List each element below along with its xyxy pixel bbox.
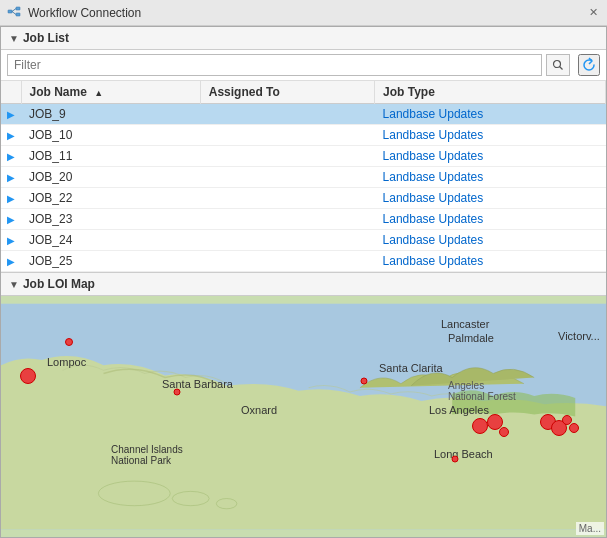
job-list-title: Job List	[23, 31, 69, 45]
job-type-cell: Landbase Updates	[375, 167, 606, 188]
svg-point-8	[98, 481, 170, 506]
workflow-icon	[6, 5, 22, 21]
job-name-cell: JOB_10	[21, 125, 200, 146]
table-row[interactable]: ▶JOB_23Landbase Updates	[1, 209, 606, 230]
filter-input[interactable]	[7, 54, 542, 76]
assigned-to-cell	[200, 230, 374, 251]
job-type-cell: Landbase Updates	[375, 188, 606, 209]
map-marker-1	[20, 368, 36, 384]
map-section-chevron-icon[interactable]: ▼	[9, 279, 19, 290]
job-type-cell: Landbase Updates	[375, 104, 606, 125]
expand-cell[interactable]: ▶	[1, 230, 21, 251]
expand-cell[interactable]: ▶	[1, 146, 21, 167]
job-loi-map-title: Job LOI Map	[23, 277, 95, 291]
job-loi-map-section: ▼ Job LOI Map	[1, 273, 606, 537]
svg-rect-2	[16, 13, 20, 16]
filter-search-button[interactable]	[546, 54, 570, 76]
map-marker-3	[174, 389, 181, 396]
job-table: Job Name ▲ Assigned To Job Type ▶JOB_9La…	[1, 81, 606, 272]
col-expand	[1, 81, 21, 104]
job-name-cell: JOB_22	[21, 188, 200, 209]
job-type-cell: Landbase Updates	[375, 125, 606, 146]
filter-bar	[1, 50, 606, 81]
assigned-to-cell	[200, 188, 374, 209]
close-button[interactable]: ✕	[585, 5, 601, 21]
job-type-cell: Landbase Updates	[375, 251, 606, 272]
svg-point-10	[216, 499, 237, 509]
expand-cell[interactable]: ▶	[1, 209, 21, 230]
job-list-section: ▼ Job List	[1, 27, 606, 273]
map-marker-12	[452, 456, 459, 463]
svg-line-4	[12, 11, 16, 14]
table-row[interactable]: ▶JOB_24Landbase Updates	[1, 230, 606, 251]
map-marker-7	[499, 427, 509, 437]
map-svg	[1, 296, 606, 537]
table-row[interactable]: ▶JOB_20Landbase Updates	[1, 167, 606, 188]
svg-point-9	[172, 491, 209, 505]
map-container[interactable]: Lompoc Lancaster Palmdale Santa Barbara …	[1, 296, 606, 537]
sort-icon: ▲	[94, 88, 103, 98]
table-row[interactable]: ▶JOB_25Landbase Updates	[1, 251, 606, 272]
job-table-header: Job Name ▲ Assigned To Job Type	[1, 81, 606, 104]
svg-rect-1	[16, 7, 20, 10]
assigned-to-cell	[200, 209, 374, 230]
main-panel: ▼ Job List	[0, 26, 607, 538]
assigned-to-cell	[200, 125, 374, 146]
svg-rect-0	[8, 10, 12, 13]
col-assigned-to[interactable]: Assigned To	[200, 81, 374, 104]
job-name-cell: JOB_24	[21, 230, 200, 251]
svg-line-3	[12, 8, 16, 11]
expand-cell[interactable]: ▶	[1, 104, 21, 125]
job-name-cell: JOB_23	[21, 209, 200, 230]
job-list-chevron-icon[interactable]: ▼	[9, 33, 19, 44]
svg-point-5	[554, 61, 561, 68]
refresh-button[interactable]	[578, 54, 600, 76]
title-label: Workflow Connection	[28, 6, 579, 20]
expand-cell[interactable]: ▶	[1, 188, 21, 209]
assigned-to-cell	[200, 146, 374, 167]
table-row[interactable]: ▶JOB_9Landbase Updates	[1, 104, 606, 125]
table-row[interactable]: ▶JOB_10Landbase Updates	[1, 125, 606, 146]
map-marker-5	[472, 418, 488, 434]
map-marker-11	[569, 423, 579, 433]
map-marker-2	[65, 338, 73, 346]
title-bar: Workflow Connection ✕	[0, 0, 607, 26]
job-type-cell: Landbase Updates	[375, 230, 606, 251]
job-name-cell: JOB_11	[21, 146, 200, 167]
col-job-type[interactable]: Job Type	[375, 81, 606, 104]
svg-line-6	[560, 67, 563, 70]
job-name-cell: JOB_9	[21, 104, 200, 125]
table-row[interactable]: ▶JOB_22Landbase Updates	[1, 188, 606, 209]
expand-cell[interactable]: ▶	[1, 125, 21, 146]
job-type-cell: Landbase Updates	[375, 146, 606, 167]
assigned-to-cell	[200, 251, 374, 272]
job-table-body: ▶JOB_9Landbase Updates▶JOB_10Landbase Up…	[1, 104, 606, 272]
job-type-cell: Landbase Updates	[375, 209, 606, 230]
map-marker-4	[361, 378, 368, 385]
table-row[interactable]: ▶JOB_11Landbase Updates	[1, 146, 606, 167]
expand-cell[interactable]: ▶	[1, 251, 21, 272]
job-list-header: ▼ Job List	[1, 27, 606, 50]
job-name-cell: JOB_20	[21, 167, 200, 188]
assigned-to-cell	[200, 104, 374, 125]
map-watermark: Ma...	[576, 522, 604, 535]
job-name-cell: JOB_25	[21, 251, 200, 272]
job-loi-map-header: ▼ Job LOI Map	[1, 273, 606, 296]
expand-cell[interactable]: ▶	[1, 167, 21, 188]
col-job-name[interactable]: Job Name ▲	[21, 81, 200, 104]
assigned-to-cell	[200, 167, 374, 188]
job-table-wrapper[interactable]: Job Name ▲ Assigned To Job Type ▶JOB_9La…	[1, 81, 606, 272]
